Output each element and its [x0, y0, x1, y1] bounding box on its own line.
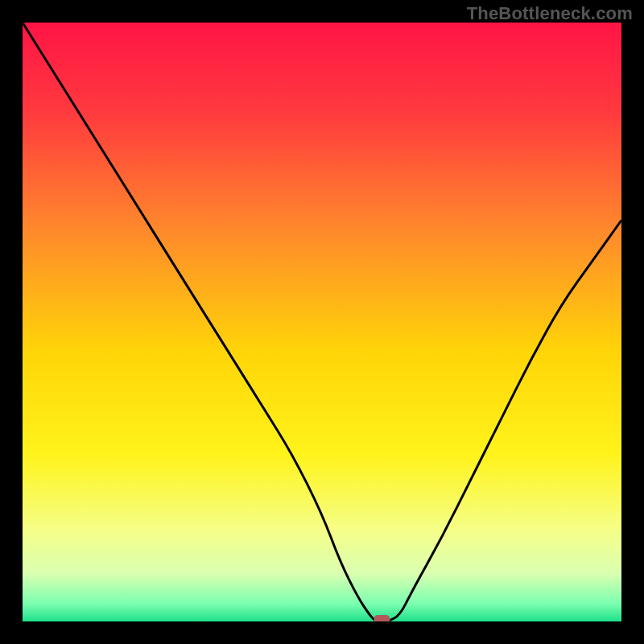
- watermark-text: TheBottleneck.com: [467, 3, 633, 24]
- plot-area: [23, 23, 621, 621]
- optimal-point-marker: [374, 615, 390, 621]
- chart-frame: TheBottleneck.com: [0, 0, 644, 644]
- gradient-background: [23, 23, 621, 621]
- chart-svg: [23, 23, 621, 621]
